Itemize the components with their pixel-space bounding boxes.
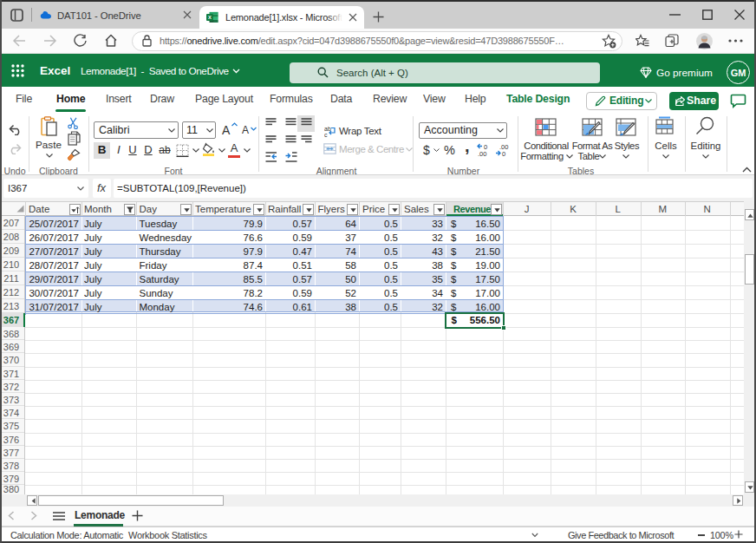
- svg-text:c: c: [324, 132, 328, 138]
- svg-text:0: 0: [502, 150, 505, 157]
- svg-text:X: X: [208, 15, 212, 20]
- svg-text:.00: .00: [478, 150, 486, 157]
- svg-text:ab: ab: [324, 126, 331, 132]
